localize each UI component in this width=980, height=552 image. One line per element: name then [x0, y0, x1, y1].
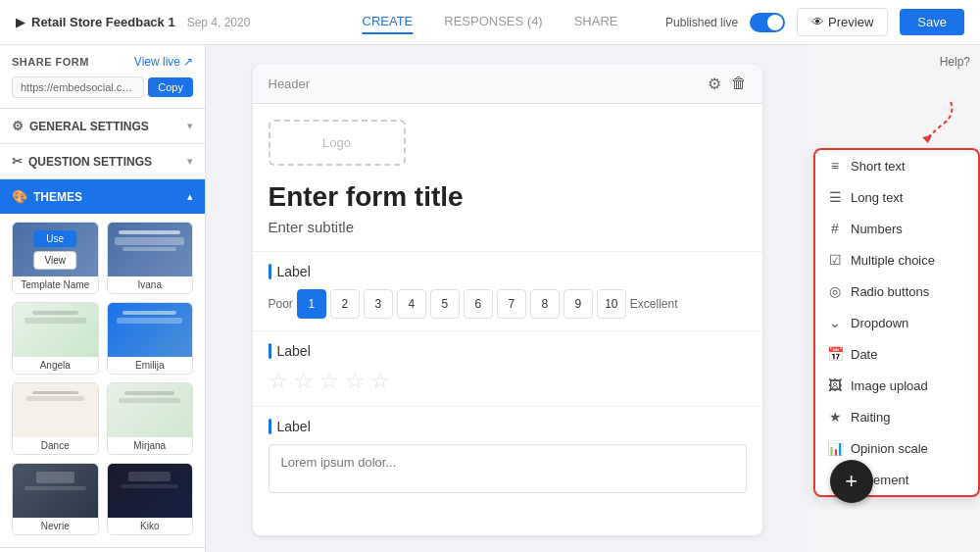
- theme-card-dance[interactable]: Dance: [12, 382, 99, 455]
- chevron-down-icon-q: ▾: [187, 155, 193, 168]
- dropdown-item-multiple-choice[interactable]: ☑ Multiple choice: [815, 244, 978, 276]
- form-title[interactable]: Enter form title: [253, 181, 762, 219]
- question-settings-header[interactable]: ✂ QUESTION SETTINGS ▾: [0, 144, 205, 178]
- chevron-up-icon: ▴: [187, 190, 193, 203]
- theme-grid: Use View Template Name Ivana: [0, 214, 205, 547]
- dropdown-item-numbers[interactable]: # Numbers: [815, 213, 978, 244]
- star-4[interactable]: ☆: [345, 369, 365, 394]
- help-area: Help?: [940, 53, 970, 69]
- form-label-nps: Label: [269, 264, 747, 279]
- nps-btn-8[interactable]: 8: [530, 289, 560, 319]
- star-3[interactable]: ☆: [319, 369, 339, 394]
- theme-use-button[interactable]: Use: [34, 230, 77, 247]
- form-header-bar: Header ⚙ 🗑: [253, 65, 762, 104]
- theme-card-name-ivana: Ivana: [108, 276, 193, 293]
- form-header-label: Header: [269, 76, 311, 91]
- external-link-icon: ↗: [183, 55, 193, 69]
- settings-icon[interactable]: ⚙: [708, 75, 721, 93]
- published-label: Published live: [665, 16, 738, 29]
- dropdown-item-radio[interactable]: ◎ Radio buttons: [815, 276, 978, 307]
- dropdown-chevron-icon: ⌄: [827, 315, 843, 330]
- preview-button[interactable]: 👁 Preview: [797, 8, 888, 36]
- form-question-nps: Label Poor 1 2 3 4 5 6 7 8 9 10 Excellen…: [253, 251, 762, 330]
- theme-card-template[interactable]: Use View Template Name: [12, 222, 99, 294]
- main-layout: SHARE FORM View live ↗ Copy ⚙ GENERAL SE…: [0, 45, 980, 552]
- multiple-choice-icon: ☑: [827, 252, 843, 268]
- form-canvas: Header ⚙ 🗑 Logo Enter form title Enter s…: [253, 65, 762, 535]
- form-logo-area[interactable]: Logo: [269, 120, 406, 166]
- theme-card-name-kiko: Kiko: [108, 518, 193, 534]
- star-1[interactable]: ☆: [269, 369, 288, 394]
- star-2[interactable]: ☆: [294, 369, 314, 394]
- stars-row: ☆ ☆ ☆ ☆ ☆: [269, 369, 747, 394]
- nps-btn-1[interactable]: 1: [297, 289, 326, 319]
- theme-card-angela[interactable]: Angela: [12, 302, 99, 375]
- dropdown-item-dropdown[interactable]: ⌄ Dropdown: [815, 307, 978, 338]
- tab-responses[interactable]: RESPONSES (4): [444, 10, 542, 34]
- form-question-stars: Label ☆ ☆ ☆ ☆ ☆: [253, 330, 762, 406]
- help-button[interactable]: Help?: [940, 55, 970, 69]
- theme-card-name-mirjana: Mirjana: [108, 437, 193, 454]
- top-nav: ▶ Retail Store Feedback 1 Sep 4, 2020 CR…: [0, 0, 980, 45]
- theme-card-name-dance: Dance: [13, 437, 98, 454]
- embed-url-input[interactable]: [12, 76, 144, 98]
- nps-btn-10[interactable]: 10: [597, 289, 626, 319]
- form-date: Sep 4, 2020: [187, 16, 251, 29]
- form-subtitle[interactable]: Enter subtitle: [253, 219, 762, 251]
- published-toggle[interactable]: [750, 13, 785, 32]
- theme-view-button[interactable]: View: [34, 251, 77, 270]
- dropdown-item-short-text[interactable]: ≡ Short text: [815, 150, 978, 181]
- themes-header[interactable]: 🎨 THEMES ▴: [0, 179, 205, 214]
- add-question-fab[interactable]: +: [830, 460, 873, 503]
- save-button[interactable]: Save: [900, 9, 964, 35]
- radio-icon: ◎: [827, 283, 843, 299]
- theme-card-mirjana[interactable]: Mirjana: [107, 382, 194, 455]
- dropdown-item-rating[interactable]: ★ Raiting: [815, 401, 978, 432]
- dropdown-item-opinion-scale[interactable]: 📊 Opinion scale: [815, 432, 978, 464]
- arrow-hint: [906, 94, 960, 151]
- svg-marker-0: [922, 135, 932, 143]
- nps-btn-4[interactable]: 4: [397, 289, 426, 319]
- sidebar: SHARE FORM View live ↗ Copy ⚙ GENERAL SE…: [0, 45, 206, 552]
- theme-card-emilija[interactable]: Emilija: [107, 302, 194, 375]
- question-type-dropdown: ≡ Short text ☰ Long text # Numbers ☑ Mul…: [813, 148, 980, 497]
- general-settings-section: ⚙ GENERAL SETTINGS ▾: [0, 109, 205, 144]
- long-text-input[interactable]: [269, 444, 747, 493]
- nps-excellent-label: Excellent: [630, 297, 678, 311]
- trash-icon[interactable]: 🗑: [731, 75, 747, 93]
- dropdown-item-image-upload[interactable]: 🖼 Image upload: [815, 370, 978, 401]
- nps-btn-5[interactable]: 5: [430, 289, 460, 319]
- dropdown-item-long-text[interactable]: ☰ Long text: [815, 181, 978, 213]
- nav-tabs: CREATE RESPONSES (4) SHARE: [363, 10, 618, 34]
- app-logo: ▶ Retail Store Feedback 1 Sep 4, 2020: [16, 15, 250, 29]
- nps-btn-9[interactable]: 9: [564, 289, 593, 319]
- star-5[interactable]: ☆: [370, 369, 390, 394]
- chevron-down-icon: ▾: [187, 120, 193, 132]
- nps-btn-3[interactable]: 3: [364, 289, 393, 319]
- tab-share[interactable]: SHARE: [574, 10, 618, 34]
- theme-card-name: Template Name: [13, 276, 98, 293]
- numbers-icon: #: [827, 221, 843, 236]
- eye-icon: 👁: [811, 15, 824, 29]
- dropdown-item-date[interactable]: 📅 Date: [815, 338, 978, 370]
- theme-card-kiko[interactable]: Kiko: [107, 463, 194, 535]
- copy-button[interactable]: Copy: [148, 77, 193, 97]
- nps-btn-6[interactable]: 6: [464, 289, 493, 319]
- label-bar-stars: [269, 343, 271, 359]
- nps-btn-7[interactable]: 7: [497, 289, 526, 319]
- tab-create[interactable]: CREATE: [363, 10, 414, 34]
- theme-card-ivana[interactable]: Ivana: [107, 222, 194, 294]
- plus-icon: +: [845, 469, 858, 494]
- form-label-textarea: Label: [269, 419, 747, 434]
- general-settings-header[interactable]: ⚙ GENERAL SETTINGS ▾: [0, 109, 205, 143]
- opinion-scale-icon: 📊: [827, 440, 843, 456]
- embed-url-row: Copy: [12, 76, 193, 98]
- main-content: Header ⚙ 🗑 Logo Enter form title Enter s…: [206, 45, 808, 552]
- nps-btn-2[interactable]: 2: [330, 289, 360, 319]
- themes-section: 🎨 THEMES ▴ Use View Template Name: [0, 179, 205, 548]
- theme-card-nevrie[interactable]: Nevrie: [12, 463, 99, 535]
- question-settings-section: ✂ QUESTION SETTINGS ▾: [0, 144, 205, 179]
- store-icon: ▶: [16, 15, 25, 29]
- view-live-link[interactable]: View live ↗: [134, 55, 193, 69]
- gear-icon: ⚙: [12, 119, 24, 133]
